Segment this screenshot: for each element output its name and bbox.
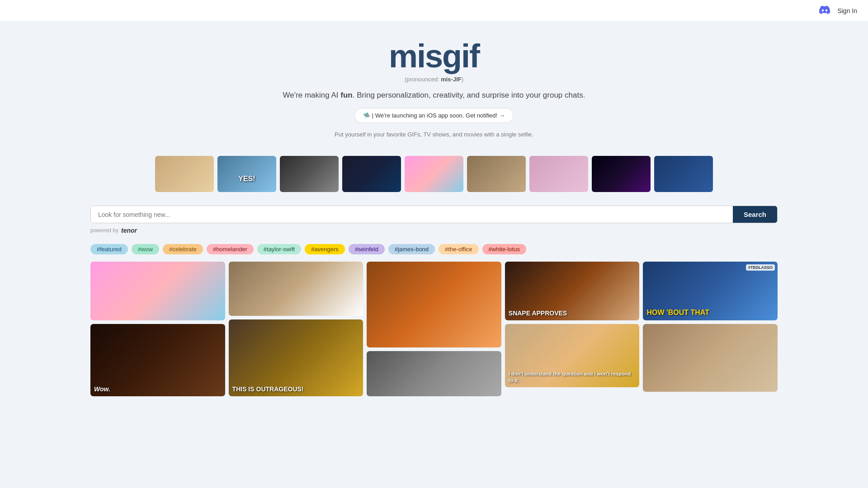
tag-homelander[interactable]: #homelander <box>207 244 254 254</box>
gif-drake[interactable]: Wow. <box>90 324 225 396</box>
tag-avengers[interactable]: #avengers <box>305 244 345 254</box>
gif-strip: YES! <box>0 156 868 192</box>
tag-celebrate[interactable]: #celebrate <box>163 244 203 254</box>
header-nav: Sign In <box>819 5 857 17</box>
tag-featured[interactable]: #featured <box>90 244 128 254</box>
sign-in-link[interactable]: Sign In <box>837 7 857 14</box>
gif-col-3 <box>367 262 501 396</box>
gif-snape[interactable]: SNAPE APPROVES <box>505 262 640 320</box>
gif-white-lotus[interactable]: I don't understand the question and I wo… <box>505 324 640 387</box>
gif-ted-lasso[interactable]: #TEDLASSO HOW 'BOUT THAT <box>643 262 778 320</box>
tag-white-lotus[interactable]: #white-lotus <box>482 244 526 254</box>
app-title: misgif <box>9 40 859 72</box>
strip-item-5[interactable] <box>405 156 463 192</box>
main-content: misgif (pronounced: mis-JIF) We're makin… <box>0 22 868 396</box>
search-bar: Search <box>90 206 778 223</box>
hero-description: Put yourself in your favorite GIFs, TV s… <box>9 131 859 138</box>
launch-banner-text: 🛸 | We're launching an iOS app soon. Get… <box>363 112 505 119</box>
tag-seinfeld[interactable]: #seinfeld <box>349 244 385 254</box>
search-section: Search powered by tenor <box>0 201 868 241</box>
gif-ted-lasso-text: HOW 'BOUT THAT <box>646 309 774 317</box>
launch-banner[interactable]: 🛸 | We're launching an iOS app soon. Get… <box>354 108 514 123</box>
tags-section: #featured #wow #celebrate #homelander #t… <box>0 241 868 262</box>
strip-item-6[interactable] <box>467 156 526 192</box>
discord-icon[interactable] <box>819 5 830 17</box>
gif-snape-text: SNAPE APPROVES <box>509 310 636 317</box>
gif-seinfeld2[interactable] <box>367 351 501 396</box>
pronunciation: (pronounced: mis-JIF) <box>9 76 859 83</box>
strip-item-9[interactable] <box>654 156 713 192</box>
gif-col-5: #TEDLASSO HOW 'BOUT THAT <box>643 262 778 396</box>
gif-col-4: SNAPE APPROVES I don't understand the qu… <box>505 262 640 396</box>
tag-wow[interactable]: #wow <box>132 244 159 254</box>
strip-item-4[interactable] <box>342 156 401 192</box>
yes-text: YES! <box>238 175 255 183</box>
gif-seinfeld-talk[interactable]: THIS IS OUTRAGEOUS! <box>229 319 363 396</box>
gif-harrison[interactable] <box>643 324 778 392</box>
tag-the-office[interactable]: #the-office <box>439 244 478 254</box>
search-input[interactable] <box>91 206 733 223</box>
gif-seinfeld-text: THIS IS OUTRAGEOUS! <box>232 385 360 393</box>
powered-by: powered by tenor <box>90 227 778 234</box>
hero-tagline: We're making AI fun. Bring personalizati… <box>9 91 859 100</box>
gif-office-shout[interactable] <box>229 262 363 316</box>
gif-white-lotus-text: I don't understand the question and I wo… <box>509 371 636 384</box>
tag-taylor-swift[interactable]: #taylor-swift <box>257 244 301 254</box>
header: Sign In <box>0 0 868 22</box>
strip-item-2[interactable]: YES! <box>217 156 276 192</box>
gif-barbie[interactable] <box>90 262 225 320</box>
gif-col-1: Wow. <box>90 262 225 396</box>
gif-drake-text: Wow. <box>94 385 222 393</box>
gif-grid: Wow. THIS IS OUTRAGEOUS! <box>0 262 868 396</box>
search-button[interactable]: Search <box>733 206 777 223</box>
strip-item-7[interactable] <box>529 156 588 192</box>
strip-item-8[interactable] <box>592 156 651 192</box>
gif-ted-lasso-badge: #TEDLASSO <box>746 264 775 271</box>
tenor-logo: tenor <box>121 227 137 234</box>
gif-harry-potter[interactable] <box>367 262 501 347</box>
strip-item-1[interactable] <box>155 156 214 192</box>
hero-section: misgif (pronounced: mis-JIF) We're makin… <box>0 22 868 156</box>
gif-col-2: THIS IS OUTRAGEOUS! <box>229 262 363 396</box>
tag-james-bond[interactable]: #james-bond <box>388 244 435 254</box>
strip-item-3[interactable] <box>280 156 339 192</box>
